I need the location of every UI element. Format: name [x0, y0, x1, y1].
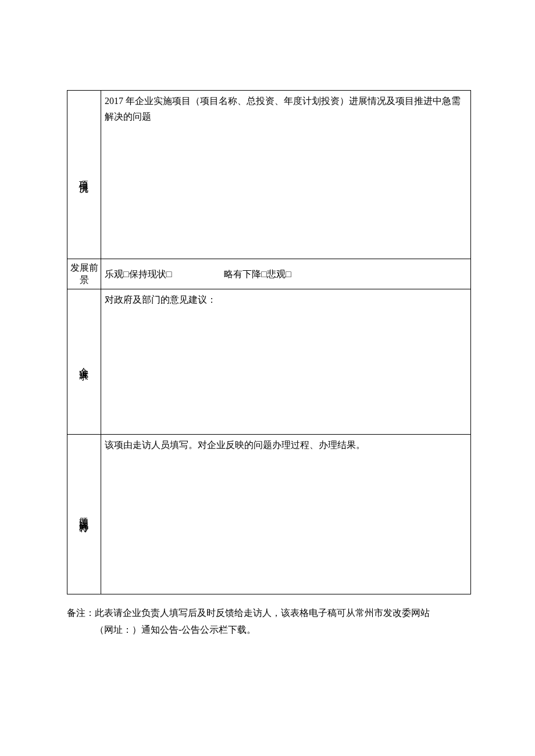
- project-label: 项目情况: [76, 173, 92, 178]
- outlook-label-cell: 发展前景: [67, 259, 101, 289]
- row-outlook: 发展前景 乐观□保持现状□略有下降□悲观□: [67, 259, 471, 289]
- handling-label: 题理况问办将: [76, 510, 92, 517]
- outlook-content-cell: 乐观□保持现状□略有下降□悲观□: [101, 259, 471, 289]
- checkbox-icon: □: [261, 269, 267, 279]
- demand-label: 企业诉求: [76, 360, 92, 365]
- handling-content: 该项由走访人员填写。对企业反映的问题办理过程、办理结果。: [105, 440, 365, 450]
- demand-content-cell: 对政府及部门的意见建议：: [101, 289, 471, 435]
- option-optimistic[interactable]: 乐观□: [105, 269, 129, 279]
- checkbox-icon: □: [123, 269, 129, 279]
- footnote: 备注：此表请企业负责人填写后及时反馈给走访人，该表格电子稿可从常州市发改委网站 …: [67, 605, 471, 639]
- row-project: 项目情况 2017 年企业实施项目（项目名称、总投资、年度计划投资）进展情况及项…: [67, 91, 471, 259]
- footnote-line2: （网址：）通知公告-公告公示栏下载。: [67, 622, 471, 639]
- project-content-cell: 2017 年企业实施项目（项目名称、总投资、年度计划投资）进展情况及项目推进中急…: [101, 91, 471, 259]
- outlook-options: 乐观□保持现状□略有下降□悲观□: [105, 266, 291, 282]
- demand-label-cell: 企业诉求: [67, 289, 101, 435]
- row-demand: 企业诉求 对政府及部门的意见建议：: [67, 289, 471, 435]
- option-maintain[interactable]: 保持现状□: [129, 269, 172, 279]
- option-pessimistic[interactable]: 悲观□: [267, 269, 291, 279]
- handling-content-cell: 该项由走访人员填写。对企业反映的问题办理过程、办理结果。: [101, 435, 471, 594]
- outlook-label: 发展前景: [70, 263, 98, 285]
- option-decline[interactable]: 略有下降□: [224, 269, 267, 279]
- footnote-line1: 备注：此表请企业负责人填写后及时反馈给走访人，该表格电子稿可从常州市发改委网站: [67, 605, 471, 622]
- project-label-cell: 项目情况: [67, 91, 101, 259]
- demand-content: 对政府及部门的意见建议：: [105, 295, 216, 304]
- project-content: 2017 年企业实施项目（项目名称、总投资、年度计划投资）进展情况及项目推进中急…: [105, 96, 461, 121]
- row-handling: 题理况问办将 该项由走访人员填写。对企业反映的问题办理过程、办理结果。: [67, 435, 471, 594]
- checkbox-icon: □: [166, 269, 172, 279]
- form-table: 项目情况 2017 年企业实施项目（项目名称、总投资、年度计划投资）进展情况及项…: [67, 90, 471, 594]
- handling-label-cell: 题理况问办将: [67, 435, 101, 594]
- checkbox-icon: □: [286, 269, 291, 279]
